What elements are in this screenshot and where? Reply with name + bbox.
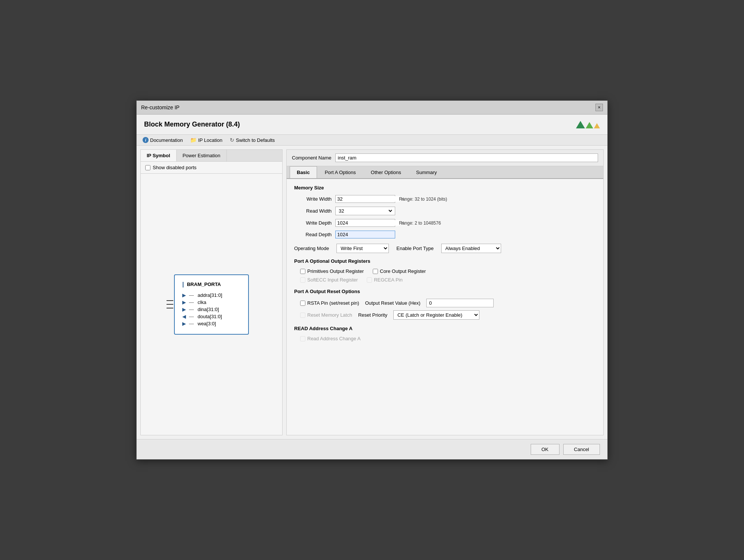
- tab-ip-symbol[interactable]: IP Symbol: [141, 150, 177, 161]
- left-panel-options: Show disabled ports: [141, 162, 282, 174]
- logo-triangle-2: [586, 122, 593, 128]
- port-a-optional-title: Port A Optional Output Registers: [294, 258, 596, 264]
- refresh-icon: ↻: [230, 137, 234, 143]
- read-width-select[interactable]: 32: [337, 208, 393, 214]
- checkbox-row-1: Primitives Output Register Core Output R…: [300, 268, 596, 274]
- port-a-reset-options-section: Port A Output Reset Options RSTA Pin (se…: [294, 289, 596, 320]
- switch-defaults-button[interactable]: ↻ Switch to Defaults: [230, 137, 275, 143]
- softecc-input-reg-label: SoftECC Input Register: [300, 277, 358, 283]
- folder-icon: 📁: [190, 137, 196, 143]
- regcea-pin-checkbox: [367, 277, 372, 283]
- port-clka: ▶ — clka: [182, 299, 241, 305]
- ok-button[interactable]: OK: [531, 444, 559, 455]
- show-disabled-ports-checkbox[interactable]: Show disabled ports: [145, 165, 278, 170]
- rsta-pin-row: RSTA Pin (set/reset pin) Output Reset Va…: [300, 299, 596, 307]
- write-depth-hint: Range: 2 to 1048576: [399, 220, 441, 226]
- rsta-pin-checkbox[interactable]: [300, 301, 305, 306]
- port-dina: ▶ — dina[31:0]: [182, 307, 241, 312]
- info-icon: i: [143, 137, 149, 143]
- vivado-logo: [576, 121, 600, 128]
- dialog-title: Re-customize IP: [141, 104, 180, 110]
- enable-port-type-select[interactable]: Always Enabled Use ENA Pin: [441, 244, 501, 253]
- port-wea: ▶ — wea[3:0]: [182, 321, 241, 326]
- show-disabled-ports-input[interactable]: [145, 165, 150, 170]
- tab-power-estimation[interactable]: Power Estimation: [177, 150, 227, 161]
- write-width-label: Write Width: [294, 196, 332, 202]
- left-panel-tabs: IP Symbol Power Estimation: [141, 150, 282, 162]
- tab-basic[interactable]: Basic: [290, 166, 317, 178]
- read-width-select-wrapper: 32: [335, 207, 395, 215]
- bram-symbol: | BRAM_PORTA ▶ — addra[31:0] ▶ — clka: [174, 274, 249, 335]
- connector-line-2: [167, 304, 173, 305]
- cancel-button[interactable]: Cancel: [563, 444, 600, 455]
- port-addra: ▶ — addra[31:0]: [182, 292, 241, 298]
- port-douta: ◀ — douta[31:0]: [182, 314, 241, 319]
- enable-port-type-label: Enable Port Type: [396, 246, 434, 251]
- header-section: Block Memory Generator (8.4): [137, 115, 607, 135]
- read-address-change-checkbox: [300, 336, 305, 341]
- symbol-area: | BRAM_PORTA ▶ — addra[31:0] ▶ — clka: [141, 174, 282, 435]
- ip-location-label: IP Location: [198, 137, 222, 143]
- write-depth-input[interactable]: [337, 220, 400, 226]
- read-depth-label: Read Depth: [294, 232, 332, 237]
- checkbox-row-2: SoftECC Input Register REGCEA Pin: [300, 277, 596, 283]
- write-depth-input-wrapper: ✕: [335, 219, 395, 227]
- logo-triangle-3: [594, 123, 600, 128]
- regcea-pin-label: REGCEA Pin: [367, 277, 403, 283]
- memory-size-title: Memory Size: [294, 185, 596, 191]
- core-output-reg-checkbox[interactable]: [373, 269, 378, 274]
- reset-memory-latch-row: Reset Memory Latch Reset Priority CE (La…: [300, 310, 596, 320]
- tab-content-basic: Memory Size Write Width ✕ Range: 32 to 1…: [287, 179, 603, 435]
- component-name-input[interactable]: [335, 153, 598, 162]
- port-a-optional-registers-section: Port A Optional Output Registers Primiti…: [294, 258, 596, 283]
- tab-summary[interactable]: Summary: [409, 166, 444, 178]
- write-depth-label: Write Depth: [294, 220, 332, 226]
- show-disabled-ports-label: Show disabled ports: [153, 165, 196, 170]
- connector-line-1: [167, 300, 173, 301]
- reset-memory-latch-label: Reset Memory Latch: [300, 312, 352, 318]
- tab-port-a-options[interactable]: Port A Options: [318, 166, 363, 178]
- read-address-change-label: Read Address Change A: [300, 336, 596, 341]
- core-output-reg-label[interactable]: Core Output Register: [373, 268, 426, 274]
- primitives-output-reg-checkbox[interactable]: [300, 269, 305, 274]
- softecc-input-reg-checkbox: [300, 277, 305, 283]
- write-width-input-wrapper: ✕: [335, 195, 395, 203]
- read-width-label: Read Width: [294, 208, 332, 214]
- write-width-input[interactable]: [337, 196, 400, 202]
- read-width-row: Read Width 32: [294, 207, 596, 215]
- documentation-button[interactable]: i Documentation: [143, 137, 183, 143]
- operating-mode-select[interactable]: Write First Read First No Change: [336, 244, 389, 253]
- left-panel: IP Symbol Power Estimation Show disabled…: [140, 149, 283, 435]
- switch-defaults-label: Switch to Defaults: [236, 137, 275, 143]
- read-depth-input[interactable]: [337, 232, 400, 237]
- read-depth-row: Read Depth: [294, 231, 596, 238]
- toolbar: i Documentation 📁 IP Location ↻ Switch t…: [137, 135, 607, 146]
- output-reset-value-label: Output Reset Value (Hex): [365, 300, 420, 306]
- app-title: Block Memory Generator (8.4): [144, 121, 240, 128]
- component-name-label: Component Name: [292, 155, 332, 161]
- main-content: IP Symbol Power Estimation Show disabled…: [137, 146, 607, 439]
- title-bar: Re-customize IP ×: [137, 101, 607, 115]
- rsta-pin-label[interactable]: RSTA Pin (set/reset pin): [300, 300, 359, 306]
- documentation-label: Documentation: [150, 137, 183, 143]
- reset-memory-latch-checkbox: [300, 313, 305, 318]
- reset-priority-select[interactable]: CE (Latch or Register Enable) SR (Set/Re…: [393, 310, 479, 320]
- read-address-change-section: READ Address Change A Read Address Chang…: [294, 326, 596, 341]
- component-name-row: Component Name: [287, 150, 603, 166]
- output-reset-value-input[interactable]: [426, 299, 494, 307]
- read-depth-input-wrapper: [335, 231, 395, 238]
- write-width-row: Write Width ✕ Range: 32 to 1024 (bits): [294, 195, 596, 203]
- right-tabs: Basic Port A Options Other Options Summa…: [287, 166, 603, 179]
- read-address-change-title: READ Address Change A: [294, 326, 596, 331]
- connector-line-3: [167, 308, 173, 308]
- bram-title: | BRAM_PORTA: [182, 281, 241, 288]
- operating-mode-row: Operating Mode Write First Read First No…: [294, 244, 596, 253]
- reset-priority-label: Reset Priority: [358, 312, 387, 318]
- port-a-reset-title: Port A Output Reset Options: [294, 289, 596, 294]
- ip-location-button[interactable]: 📁 IP Location: [190, 137, 222, 143]
- close-button[interactable]: ×: [595, 104, 603, 111]
- write-depth-row: Write Depth ✕ Range: 2 to 1048576: [294, 219, 596, 227]
- logo-triangle-1: [576, 121, 585, 128]
- tab-other-options[interactable]: Other Options: [364, 166, 408, 178]
- primitives-output-reg-label[interactable]: Primitives Output Register: [300, 268, 364, 274]
